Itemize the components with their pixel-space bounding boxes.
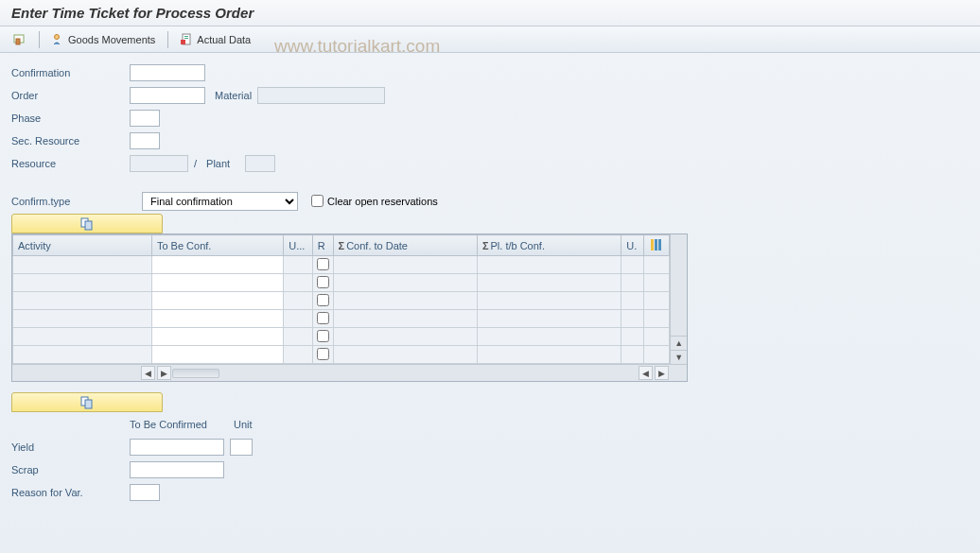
scroll-thumb[interactable]: [172, 369, 219, 378]
col-selector[interactable]: [644, 235, 670, 256]
svg-rect-5: [184, 38, 188, 39]
col-unit[interactable]: U...: [284, 235, 313, 256]
reason-for-var-label: Reason for Var.: [11, 487, 130, 498]
sec-resource-input[interactable]: [130, 132, 160, 149]
scroll-right-end-icon[interactable]: ▶: [655, 366, 669, 380]
material-label: Material: [215, 90, 252, 101]
toolbar-separator: [167, 31, 168, 48]
plant-label: Plant: [206, 158, 230, 169]
table-row[interactable]: [13, 292, 670, 310]
clear-open-reservations-checkbox[interactable]: [311, 195, 324, 207]
scrap-label: Scrap: [11, 464, 130, 475]
document-icon: [181, 33, 194, 46]
confirm-type-select[interactable]: Final confirmation: [142, 192, 298, 211]
sum-icon: Σ: [339, 240, 345, 251]
svg-rect-6: [181, 40, 185, 44]
col-to-be-conf[interactable]: To Be Conf.: [151, 235, 283, 256]
row-checkbox[interactable]: [317, 348, 329, 360]
yield-unit-input[interactable]: [230, 439, 253, 456]
bottom-toolbar-button[interactable]: [11, 392, 163, 412]
toolbar: Goods Movements Actual Data: [0, 26, 980, 53]
actual-data-label: Actual Data: [197, 34, 251, 45]
sum-icon: Σ: [482, 240, 489, 251]
toolbar-detail-button[interactable]: [8, 30, 32, 49]
row-checkbox[interactable]: [317, 330, 329, 342]
col-pl-tb-conf[interactable]: ΣPl. t/b Conf.: [477, 235, 621, 256]
goods-movements-label: Goods Movements: [68, 34, 155, 45]
table-settings-icon: [650, 238, 663, 251]
resource-label: Resource: [11, 158, 130, 169]
svg-rect-10: [655, 239, 657, 251]
copy-icon: [80, 217, 94, 231]
scroll-left-end-icon[interactable]: ◀: [639, 366, 653, 380]
col-conf-to-date[interactable]: ΣConf. to Date: [333, 235, 477, 256]
row-checkbox[interactable]: [317, 276, 329, 288]
row-checkbox[interactable]: [317, 294, 329, 306]
row-checkbox[interactable]: [317, 258, 329, 270]
table-toolbar-button[interactable]: [11, 214, 163, 233]
clear-open-reservations-label: Clear open reservations: [327, 196, 438, 207]
confirmation-label: Confirmation: [11, 67, 130, 78]
svg-rect-9: [651, 239, 654, 251]
confirmation-input[interactable]: [130, 64, 205, 81]
scrap-input[interactable]: [130, 461, 224, 478]
copy-icon: [80, 396, 94, 409]
activity-table: Activity To Be Conf. U... R ΣConf. to Da…: [11, 233, 688, 382]
scroll-left-icon[interactable]: ◀: [141, 366, 155, 380]
table-row[interactable]: [13, 346, 670, 364]
col-u2[interactable]: U.: [621, 235, 644, 256]
svg-rect-1: [16, 39, 20, 44]
sec-resource-label: Sec. Resource: [11, 135, 130, 147]
person-icon: [52, 33, 65, 46]
vertical-scrollbar[interactable]: ▲ ▼: [670, 234, 687, 364]
col-activity[interactable]: Activity: [13, 235, 152, 256]
phase-input[interactable]: [130, 110, 160, 127]
horizontal-scrollbar[interactable]: ◀ ▶ ◀ ▶: [12, 364, 687, 381]
svg-rect-13: [85, 400, 92, 408]
confirm-type-label: Confirm.type: [11, 196, 142, 207]
plant-input: [245, 155, 275, 172]
goods-movements-button[interactable]: Goods Movements: [46, 30, 161, 49]
table-row[interactable]: [13, 274, 670, 292]
order-label: Order: [11, 90, 130, 101]
reason-for-var-input[interactable]: [130, 484, 160, 501]
order-input[interactable]: [130, 87, 205, 104]
svg-rect-11: [658, 239, 661, 251]
svg-rect-4: [184, 36, 188, 37]
detail-icon: [13, 33, 26, 46]
table-row[interactable]: [13, 328, 670, 346]
phase-label: Phase: [11, 112, 130, 124]
material-input: [257, 87, 385, 104]
toolbar-separator: [39, 31, 40, 48]
slash-label: /: [194, 158, 197, 169]
col-r[interactable]: R: [312, 235, 333, 256]
table-row[interactable]: [13, 256, 670, 274]
yield-input[interactable]: [130, 439, 224, 456]
unit-header: Unit: [234, 419, 253, 430]
svg-rect-8: [85, 221, 92, 230]
scroll-right-icon[interactable]: ▶: [157, 366, 171, 380]
table-row[interactable]: [13, 310, 670, 328]
page-title: Enter Time Ticket for Process Order: [0, 0, 980, 26]
scroll-up-icon[interactable]: ▲: [671, 336, 687, 350]
scroll-down-icon[interactable]: ▼: [671, 350, 687, 364]
svg-point-2: [55, 34, 60, 39]
yield-label: Yield: [11, 441, 130, 453]
row-checkbox[interactable]: [317, 312, 329, 324]
resource-input: [130, 155, 188, 172]
content-area: Confirmation Order Material Phase Sec. R…: [0, 53, 980, 514]
to-be-confirmed-header: To Be Confirmed: [130, 419, 234, 430]
actual-data-button[interactable]: Actual Data: [175, 30, 256, 49]
